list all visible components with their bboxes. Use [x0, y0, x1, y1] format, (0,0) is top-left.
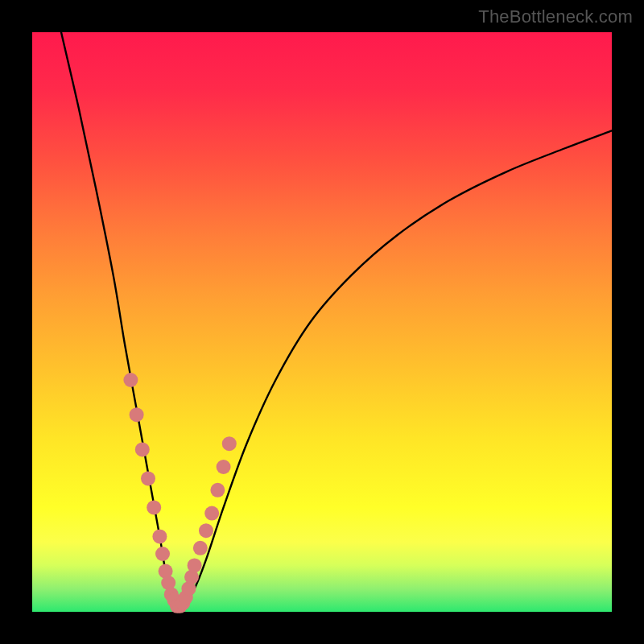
bead — [217, 460, 231, 474]
bead — [135, 442, 150, 456]
bead — [155, 547, 170, 561]
bead — [204, 506, 219, 521]
bead — [188, 558, 202, 572]
watermark-text: TheBottleneck.com — [478, 6, 633, 27]
bead — [123, 373, 138, 387]
bottleneck-curve — [61, 32, 612, 608]
bead — [210, 483, 225, 497]
bead — [152, 529, 167, 543]
bead — [130, 407, 144, 422]
chart-frame: TheBottleneck.com — [0, 0, 644, 644]
bead — [193, 541, 208, 555]
bead — [222, 436, 237, 451]
bead — [199, 523, 213, 538]
bead — [147, 500, 161, 514]
curve-layer — [32, 32, 612, 612]
plot-area — [32, 32, 612, 612]
highlight-beads — [123, 373, 236, 613]
bead — [141, 471, 155, 485]
